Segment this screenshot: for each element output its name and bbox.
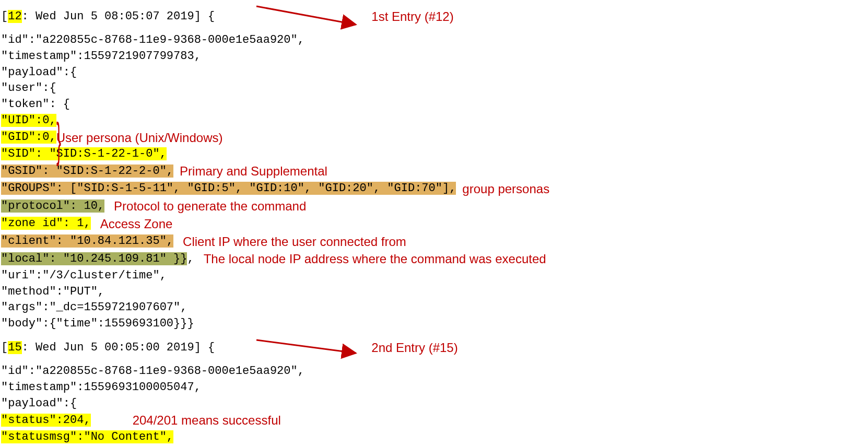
token-gid: "GID":0, [1, 131, 56, 144]
entry1-timestamp: "timestamp":1559721907799783, [1, 49, 201, 65]
status-line: "status":204, [1, 414, 91, 427]
persona-annotation: User persona (Unix/Windows) [56, 129, 223, 147]
svg-line-0 [256, 6, 356, 25]
bracket: [ [1, 10, 8, 23]
entry1-body: "body":{"time":1559693100}}} [1, 316, 194, 332]
entry1-header-rest: : Wed Jun 5 08:05:07 2019] { [22, 10, 215, 23]
arrow-icon [251, 332, 371, 363]
entry1-uri: "uri":"/3/cluster/time", [1, 268, 167, 284]
entry1-annotation: 1st Entry (#12) [371, 8, 453, 26]
entry1-method: "method":"PUT", [1, 284, 104, 300]
entry2-timestamp: "timestamp":1559693100005047, [1, 380, 201, 396]
entry2-id: "id":"a220855c-8768-11e9-9368-000e1e5aa9… [1, 363, 304, 380]
entry2-header-rest: : Wed Jun 5 00:05:00 2019] { [22, 341, 215, 354]
zone-annotation: Access Zone [100, 215, 173, 233]
token-groups: "GROUPS": ["SID:S-1-5-11", "GID:5", "GID… [1, 182, 456, 195]
protocol-annotation: Protocol to generate the command [114, 197, 306, 215]
client-annotation: Client IP where the user connected from [183, 233, 406, 251]
entry1-id: "id":"a220855c-8768-11e9-9368-000e1e5aa9… [1, 32, 304, 49]
arrow-icon [251, 1, 371, 32]
payload-open: "payload":{ [1, 65, 77, 81]
group-annotation-1: Primary and Supplemental [180, 162, 327, 180]
token-protocol: "protocol": 10, [1, 199, 104, 213]
local-annotation: The local node IP address where the comm… [204, 250, 546, 268]
entry1-number: 12 [8, 10, 21, 23]
token-sid: "SID": "SID:S-1-22-1-0", [1, 147, 167, 160]
user-open: "user":{ [1, 80, 56, 97]
bracket: [ [1, 341, 8, 354]
group-annotation-2: group personas [462, 180, 549, 198]
svg-line-1 [256, 340, 356, 353]
token-uid: "UID":0, [1, 114, 56, 127]
entry1-args: "args":"_dc=1559721907607", [1, 300, 187, 316]
token-client: "client": "10.84.121.35", [1, 234, 173, 248]
statusmsg-line: "statusmsg":"No Content", [1, 430, 173, 443]
token-local: "local": "10.245.109.81" }} [1, 252, 187, 265]
token-gsid: "GSID": "SID:S-1-22-2-0", [1, 165, 173, 178]
entry2-header-line: [15: Wed Jun 5 00:05:00 2019] { 2nd Entr… [1, 332, 867, 363]
entry1-header-line: [12: Wed Jun 5 08:05:07 2019] { 1st Entr… [1, 1, 867, 32]
entry2-annotation: 2nd Entry (#15) [371, 339, 458, 357]
payload-open-2: "payload":{ [1, 396, 77, 412]
token-zone: "zone id": 1, [1, 217, 91, 230]
status-annotation: 204/201 means successful [133, 412, 281, 429]
token-open: "token": { [1, 97, 70, 113]
entry2-number: 15 [8, 341, 21, 354]
